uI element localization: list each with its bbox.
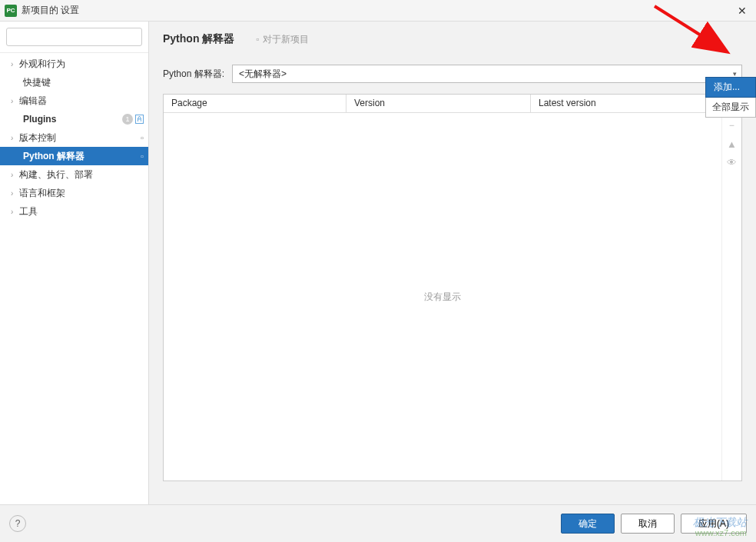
sidebar-item-keymap[interactable]: 快捷键 [0, 73, 148, 91]
interpreter-row: Python 解释器: <无解释器> ▾ [149, 46, 756, 94]
table-empty-state: 没有显示 [164, 113, 721, 480]
project-scope-icon: ▫ [141, 133, 144, 142]
sidebar-item-plugins[interactable]: Plugins 1 🄰 [0, 110, 148, 128]
close-button[interactable]: ✕ [733, 2, 751, 20]
ok-button[interactable]: 确定 [561, 514, 615, 534]
sidebar: 🔍 › 外观和行为 快捷键 › 编辑器 Plugins 1 🄰 › [0, 22, 149, 504]
upgrade-package-button[interactable]: ▲ [725, 136, 739, 151]
show-all-button[interactable]: 全部显示 [705, 98, 756, 118]
sidebar-item-label: 构建、执行、部署 [19, 168, 148, 181]
sidebar-item-label: 语言和框架 [19, 187, 148, 200]
chevron-right-icon: › [11, 97, 13, 105]
sidebar-item-editor[interactable]: › 编辑器 [0, 91, 148, 110]
sidebar-item-tools[interactable]: › 工具 [0, 202, 148, 221]
remove-package-button[interactable]: － [725, 118, 739, 133]
sub-tab-label: 对于新项目 [263, 33, 309, 46]
sub-tab-new-projects[interactable]: ▫ 对于新项目 [256, 33, 308, 46]
content-header: Python 解释器 ▫ 对于新项目 [149, 22, 756, 46]
settings-tree: › 外观和行为 快捷键 › 编辑器 Plugins 1 🄰 › 版本控制 ▫ P… [0, 53, 148, 221]
eye-icon: 👁 [727, 157, 737, 168]
chevron-right-icon: › [11, 60, 13, 68]
interpreter-dropdown[interactable]: <无解释器> ▾ [232, 65, 742, 83]
close-icon: ✕ [738, 5, 747, 17]
chevron-right-icon: › [11, 134, 13, 142]
translate-icon: 🄰 [135, 115, 144, 124]
minus-icon: － [727, 118, 737, 132]
cancel-button[interactable]: 取消 [621, 514, 675, 534]
sidebar-item-label: 工具 [19, 205, 148, 218]
sidebar-item-vcs[interactable]: › 版本控制 ▫ [0, 128, 148, 147]
search-input[interactable] [6, 28, 142, 46]
title-bar: PC 新项目的 设置 ✕ [0, 0, 756, 22]
sidebar-item-languages[interactable]: › 语言和框架 [0, 184, 148, 202]
sidebar-item-label: 版本控制 [19, 131, 141, 145]
sidebar-item-python-interpreter[interactable]: Python 解释器 ▫ [0, 147, 148, 165]
packages-table: Package Version Latest version 没有显示 ＋ － … [163, 94, 742, 481]
interpreter-value: <无解释器> [239, 68, 287, 81]
table-toolbar: ＋ － ▲ 👁 [721, 95, 741, 480]
table-header: Package Version Latest version [164, 95, 721, 113]
interpreter-actions: 添加... 全部显示 [705, 77, 756, 118]
sidebar-item-appearance[interactable]: › 外观和行为 [0, 55, 148, 73]
col-version[interactable]: Version [346, 95, 531, 112]
sidebar-item-build[interactable]: › 构建、执行、部署 [0, 165, 148, 184]
empty-text: 没有显示 [424, 291, 461, 304]
window-title: 新项目的 设置 [22, 4, 733, 17]
sidebar-item-label: 快捷键 [23, 76, 148, 89]
col-latest[interactable]: Latest version [531, 95, 721, 112]
chevron-right-icon: › [11, 208, 13, 216]
apply-button[interactable]: 应用(A) [681, 514, 747, 534]
project-scope-icon: ▫ [141, 151, 144, 161]
chevron-right-icon: › [11, 189, 13, 198]
triangle-up-icon: ▲ [727, 138, 737, 150]
dialog-footer: ? 确定 取消 应用(A) [0, 504, 756, 542]
help-icon: ? [15, 518, 21, 529]
sidebar-item-label: Python 解释器 [23, 150, 141, 163]
col-package[interactable]: Package [164, 95, 346, 112]
app-icon: PC [5, 5, 17, 17]
project-scope-icon: ▫ [256, 34, 259, 45]
content-area: Python 解释器 ▫ 对于新项目 Python 解释器: <无解释器> ▾ … [149, 22, 756, 504]
sidebar-item-label: 外观和行为 [19, 58, 148, 71]
sidebar-item-label: 编辑器 [19, 95, 148, 108]
chevron-right-icon: › [11, 171, 13, 179]
help-button[interactable]: ? [9, 515, 26, 532]
page-title: Python 解释器 [163, 32, 234, 46]
add-interpreter-button[interactable]: 添加... [705, 77, 756, 98]
show-early-releases-button[interactable]: 👁 [725, 155, 739, 170]
sidebar-item-label: Plugins [23, 114, 122, 125]
search-wrap: 🔍 [0, 22, 148, 53]
interpreter-label: Python 解释器: [163, 68, 224, 81]
badge-count: 1 [122, 114, 133, 125]
main-body: 🔍 › 外观和行为 快捷键 › 编辑器 Plugins 1 🄰 › [0, 22, 756, 504]
